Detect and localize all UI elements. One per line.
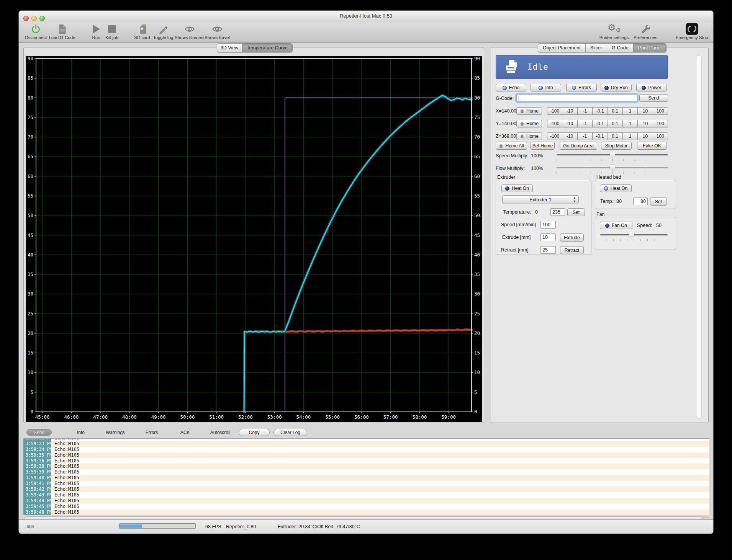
clear-log-button[interactable]: Clear Log — [273, 429, 307, 436]
sd-card-button[interactable]: SD card — [134, 23, 150, 40]
bed-temp-input[interactable] — [633, 198, 648, 205]
bed-set-temp-button[interactable]: Set — [650, 198, 667, 206]
extruder-select[interactable]: Extruder 1 — [502, 195, 579, 204]
extruder-heat-on-toggle[interactable]: Heat On — [501, 184, 533, 192]
slider-thumb[interactable] — [609, 165, 615, 171]
speed-multiply-value: 100% — [531, 153, 543, 158]
go-dump-area-button[interactable]: Go Dump Area — [560, 142, 597, 150]
flow-multiply-label: Flow Multiply: — [496, 166, 525, 171]
info-toggle[interactable]: Info — [531, 84, 561, 91]
x-jog-plus-100[interactable]: 100 — [653, 107, 668, 115]
gcode-label: G-Code: — [496, 96, 514, 101]
printer-settings-button[interactable]: ⚙⚙ Printer settings — [599, 23, 629, 40]
slider-tick-marks — [600, 239, 668, 241]
power-toggle[interactable]: Power — [636, 84, 667, 91]
log-tab-errors[interactable]: Errors — [140, 429, 163, 436]
z-jog-minus-100[interactable]: -100 — [547, 132, 562, 140]
x-jog-minus-10[interactable]: -10 — [562, 107, 577, 115]
z-jog-plus-1[interactable]: 1 — [623, 132, 638, 140]
z-jog-minus-1[interactable]: -1 — [578, 132, 593, 140]
log-tab-autoscroll[interactable]: Autoscroll — [205, 429, 236, 436]
z-jog-plus-01[interactable]: 0.1 — [608, 132, 623, 140]
z-jog-minus-10[interactable]: -10 — [562, 132, 577, 140]
tab-gcode[interactable]: G-Code — [607, 44, 633, 52]
fan-speed-label: Speed: — [637, 223, 652, 228]
x-jog-minus-01[interactable]: -0.1 — [593, 107, 608, 115]
tab-temperature-curve[interactable]: Temperature Curve — [242, 44, 292, 52]
x-jog-plus-01[interactable]: 0.1 — [608, 107, 623, 115]
log-tab-info[interactable]: Info — [71, 429, 90, 436]
y-jog-plus-10[interactable]: 10 — [638, 120, 653, 127]
log-output[interactable]: 3:59:32 PMEcho:M105 3:59:33 PMEcho:M105 … — [23, 438, 709, 515]
x-jog-plus-10[interactable]: 10 — [638, 107, 653, 115]
y-jog-minus-10[interactable]: -10 — [562, 120, 577, 127]
bed-heat-on-toggle[interactable]: Heat On — [600, 184, 632, 192]
fan-on-toggle[interactable]: Fan On — [600, 222, 632, 229]
log-row: 3:59:46 PMEcho:M105 — [23, 509, 709, 515]
extruder-speed-input[interactable] — [540, 221, 556, 229]
svg-text:50: 50 — [474, 212, 480, 218]
y-jog-plus-1[interactable]: 1 — [623, 120, 638, 127]
run-button[interactable]: Run — [92, 23, 101, 40]
log-tab-ack[interactable]: ACK — [177, 429, 193, 436]
tab-slicer[interactable]: Slicer — [585, 44, 607, 52]
status-state: Idle — [26, 524, 34, 529]
y-jog-plus-01[interactable]: 0.1 — [608, 120, 623, 127]
flow-multiply-slider[interactable] — [557, 165, 668, 171]
slider-thumb[interactable] — [609, 152, 615, 158]
extruder-temp-input[interactable] — [550, 208, 565, 216]
home-z-button[interactable]: Home — [516, 132, 542, 140]
x-jog-minus-1[interactable]: -1 — [578, 107, 593, 115]
retract-button[interactable]: Retract — [560, 246, 584, 254]
z-jog-plus-10[interactable]: 10 — [638, 132, 653, 140]
bed-temp-current: 80 — [616, 199, 622, 204]
y-jog-plus-100[interactable]: 100 — [653, 120, 668, 127]
emergency-stop-button[interactable]: Emergency Stop — [675, 23, 708, 40]
disconnect-button[interactable]: Disconnect — [25, 23, 47, 40]
set-home-button[interactable]: Set Home — [531, 142, 555, 150]
z-jog-minus-01[interactable]: -0.1 — [593, 132, 608, 140]
home-all-button[interactable]: Home All — [496, 142, 527, 150]
extrude-button[interactable]: Extrude — [560, 233, 584, 242]
tab-object-placement[interactable]: Object Placement — [538, 44, 585, 52]
shows-filament-button[interactable]: Shows filament — [175, 23, 205, 40]
stop-motor-button[interactable]: Stop Motor — [601, 142, 632, 150]
extruder-set-temp-button[interactable]: Set — [567, 208, 585, 216]
echo-toggle[interactable]: Echo — [496, 84, 526, 91]
y-jog-minus-1[interactable]: -1 — [578, 120, 593, 127]
copy-log-button[interactable]: Copy — [239, 429, 270, 436]
kill-job-button[interactable]: Kill job — [105, 23, 118, 40]
svg-text:40: 40 — [28, 252, 33, 258]
toggle-log-button[interactable]: Toggle log — [153, 23, 173, 40]
wrench-icon — [634, 23, 657, 35]
speed-multiply-slider[interactable] — [557, 152, 668, 158]
gcode-input[interactable] — [516, 94, 637, 102]
fake-ok-button[interactable]: Fake OK — [637, 142, 667, 150]
y-jog-minus-100[interactable]: -100 — [547, 120, 562, 127]
svg-text:20: 20 — [474, 330, 480, 336]
dry-run-toggle[interactable]: Dry Run — [601, 84, 632, 91]
log-row: 3:59:45 PMEcho:M105 — [23, 504, 709, 509]
tab-3d-view[interactable]: 3D View — [217, 44, 242, 52]
extrude-length-input[interactable] — [540, 233, 556, 241]
fan-speed-slider[interactable] — [600, 232, 668, 238]
tab-print-panel[interactable]: Print Panel — [633, 44, 666, 52]
retract-length-input[interactable] — [540, 246, 556, 254]
home-x-button[interactable]: Home — [516, 107, 542, 115]
x-jog-minus-100[interactable]: -100 — [547, 107, 562, 115]
svg-text:10: 10 — [28, 369, 33, 375]
errors-toggle[interactable]: Errors — [566, 84, 597, 91]
slider-thumb[interactable] — [629, 232, 635, 238]
send-gcode-button[interactable]: Send — [639, 94, 668, 102]
print-panel-scrollbar[interactable] — [697, 55, 702, 419]
x-jog-plus-1[interactable]: 1 — [623, 107, 638, 115]
shows-travel-button[interactable]: Shows travel — [205, 23, 230, 40]
svg-text:47:00: 47:00 — [93, 414, 108, 420]
load-gcode-button[interactable]: Load G-Code — [49, 23, 75, 40]
z-jog-plus-100[interactable]: 100 — [653, 132, 668, 140]
y-jog-minus-01[interactable]: -0.1 — [593, 120, 608, 127]
log-tab-warnings[interactable]: Warnings — [101, 429, 129, 436]
home-y-button[interactable]: Home — [516, 120, 542, 127]
log-tab-send[interactable]: Send — [26, 429, 52, 436]
preferences-button[interactable]: Preferences — [634, 23, 657, 40]
